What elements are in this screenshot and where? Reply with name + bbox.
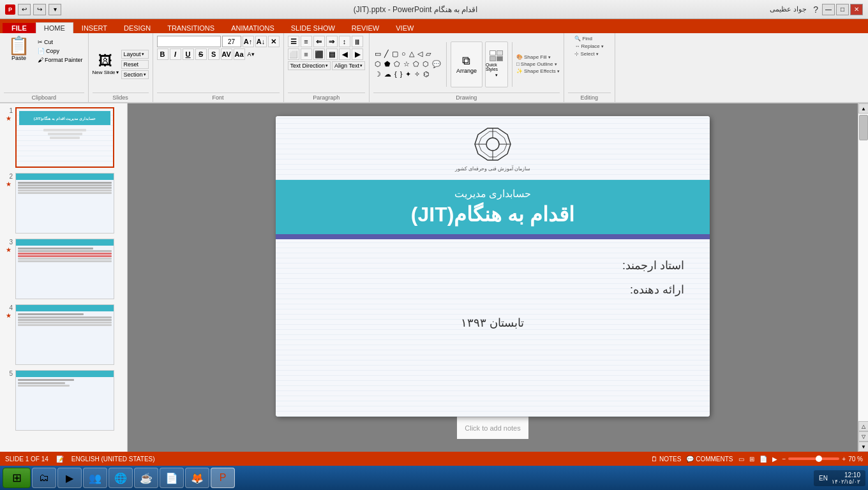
quick-styles-button[interactable]: Quick Styles ▾ (485, 41, 508, 87)
section-button[interactable]: Section▾ (121, 70, 149, 79)
taskbar-explorer-btn[interactable]: 🗂 (32, 468, 56, 488)
indent-decrease-btn[interactable]: ⇐ (313, 36, 325, 47)
tab-view[interactable]: VIEW (387, 22, 422, 33)
view-normal-btn[interactable]: ▭ (738, 456, 744, 463)
rtl-btn[interactable]: ◀ (339, 48, 350, 60)
taskbar-java-btn[interactable]: ☕ (134, 468, 158, 488)
clear-format-btn[interactable]: ✕ (268, 36, 280, 47)
tab-home[interactable]: HOME (36, 22, 73, 34)
tab-review[interactable]: REVIEW (343, 22, 387, 33)
layout-button[interactable]: Layout▾ (121, 50, 149, 59)
shape-arr2[interactable]: ⬟ (383, 59, 392, 69)
shape-star[interactable]: ☆ (402, 59, 411, 69)
copy-button[interactable]: 📄 Copy (36, 47, 84, 55)
bold-button[interactable]: B (157, 48, 168, 60)
new-slide-button[interactable]: 🖼 New Slide▾ (93, 53, 119, 75)
scroll-page-up-btn[interactable]: △ (858, 421, 868, 431)
shape-roundrect[interactable]: ▢ (391, 49, 400, 59)
shape-outline-button[interactable]: □ Shape Outline ▾ (516, 61, 560, 67)
help-btn[interactable]: ? (811, 4, 821, 15)
bullet-list-btn[interactable]: ☰ (288, 36, 299, 47)
zoom-out-btn[interactable]: − (782, 456, 786, 463)
replace-button[interactable]: ↔ Replace ▾ (574, 43, 603, 49)
select-button[interactable]: ⊹ Select ▾ (574, 51, 598, 57)
taskbar-ie-btn[interactable]: 🌐 (108, 468, 133, 488)
italic-button[interactable]: I (170, 48, 181, 60)
shape-brace[interactable]: ⌬ (422, 70, 431, 79)
font-name-input[interactable] (157, 36, 221, 47)
zoom-slider[interactable] (788, 457, 839, 460)
view-reading-btn[interactable]: 📄 (760, 456, 767, 463)
arrange-button[interactable]: ⧉ Arrange (451, 41, 483, 87)
shape-arr1[interactable]: ⬡ (373, 59, 382, 69)
scroll-down-btn[interactable]: ▼ (858, 442, 868, 452)
shape-hex[interactable]: ⬡ (421, 59, 430, 69)
shape-effects-button[interactable]: ✨ Shape Effects ▾ (516, 68, 560, 74)
numbered-list-btn[interactable]: ≡ (301, 36, 312, 47)
shape-fill-button[interactable]: 🎨 Shape Fill ▾ (516, 54, 560, 60)
font-decrease-btn[interactable]: A↓ (255, 36, 267, 47)
underline-button[interactable]: U (183, 48, 194, 60)
paste-button[interactable]: 📋 Paste (4, 36, 34, 93)
redo-btn[interactable]: ↪ (33, 4, 46, 15)
align-left-btn[interactable]: ⬜ (288, 48, 299, 60)
char-spacing-btn[interactable]: AV (221, 48, 232, 60)
justify-btn[interactable]: ▤ (326, 48, 338, 60)
cols-btn[interactable]: ⫼ (352, 36, 363, 47)
notes-btn[interactable]: 🗒 NOTES (651, 456, 681, 463)
taskbar-ppt-btn[interactable]: P (211, 468, 235, 488)
scroll-page-down-btn[interactable]: ▽ (858, 431, 868, 442)
start-button[interactable]: ⊞ (3, 468, 31, 488)
shape-more[interactable]: ✧ (413, 70, 421, 79)
shape-rect[interactable]: ▭ (373, 49, 382, 59)
tab-animations[interactable]: ANIMATIONS (223, 22, 283, 33)
shape-pent[interactable]: ⬠ (412, 59, 421, 69)
zoom-in-btn[interactable]: + (842, 456, 846, 463)
notes-area[interactable]: Click to add notes (457, 417, 528, 439)
cut-button[interactable]: ✂ Cut (36, 38, 84, 46)
taskbar-users-btn[interactable]: 👥 (83, 468, 107, 488)
font-size-input[interactable] (222, 36, 241, 47)
tab-design[interactable]: DESIGN (116, 22, 159, 33)
minimize-btn[interactable]: — (822, 4, 835, 15)
align-text-button[interactable]: Align Text▾ (332, 61, 365, 70)
shape-cloud[interactable]: ☁ (383, 70, 393, 79)
slide-thumb-1[interactable]: 1 ★ حسابداری مدیریت اقدام به هنگام(JIT) (3, 106, 124, 169)
ltr-btn[interactable]: ▶ (352, 48, 363, 60)
scroll-thumb[interactable] (859, 115, 868, 140)
lang-indicator[interactable]: EN (819, 475, 828, 482)
maximize-btn[interactable]: □ (836, 4, 849, 15)
shadow-button[interactable]: S (208, 48, 220, 60)
text-direction-button[interactable]: Text Direction▾ (288, 61, 331, 70)
tab-slideshow[interactable]: SLIDE SHOW (283, 22, 343, 33)
align-center-btn[interactable]: ≡ (301, 48, 312, 60)
slide-thumb-5[interactable]: 5 ★ (3, 369, 124, 432)
find-button[interactable]: 🔍 Find (574, 36, 592, 41)
font-increase-btn[interactable]: A↑ (243, 36, 254, 47)
tab-transitions[interactable]: TRANSITIONS (159, 22, 223, 33)
shape-tri[interactable]: △ (408, 49, 415, 59)
close-btn[interactable]: ✕ (850, 4, 863, 15)
taskbar-pdf-btn[interactable]: 📄 (160, 468, 184, 488)
font-color-btn[interactable]: A▾ (248, 51, 255, 57)
main-slide[interactable]: سازمان آموزش فنی وحرفه‌ای کشور حسابداری … (276, 116, 710, 417)
view-slide-sorter-btn[interactable]: ⊞ (749, 456, 754, 463)
vertical-scrollbar[interactable]: ▲ △ ▽ ▼ (858, 103, 868, 452)
tab-insert[interactable]: INSERT (73, 22, 116, 33)
change-case-btn[interactable]: Aa (234, 48, 245, 60)
shape-call[interactable]: 💬 (431, 59, 442, 69)
customize-qa-btn[interactable]: ▾ (49, 4, 61, 15)
taskbar-media-btn[interactable]: ▶ (57, 468, 82, 488)
shape-rtri[interactable]: ◁ (416, 49, 424, 59)
format-painter-button[interactable]: 🖌 Format Painter (36, 56, 84, 64)
shape-flow1[interactable]: { (393, 70, 398, 79)
strikethrough-button[interactable]: S (195, 48, 207, 60)
comments-btn[interactable]: 💬 COMMENTS (686, 456, 733, 463)
align-right-btn[interactable]: ⬛ (313, 48, 325, 60)
shape-eq[interactable]: ✦ (404, 70, 412, 79)
line-spacing-btn[interactable]: ↕ (339, 36, 350, 47)
shape-arr3[interactable]: ⬠ (393, 59, 401, 69)
shape-para[interactable]: ▱ (424, 49, 432, 59)
undo-btn[interactable]: ↩ (18, 4, 31, 15)
shape-moon[interactable]: ☽ (373, 70, 382, 79)
